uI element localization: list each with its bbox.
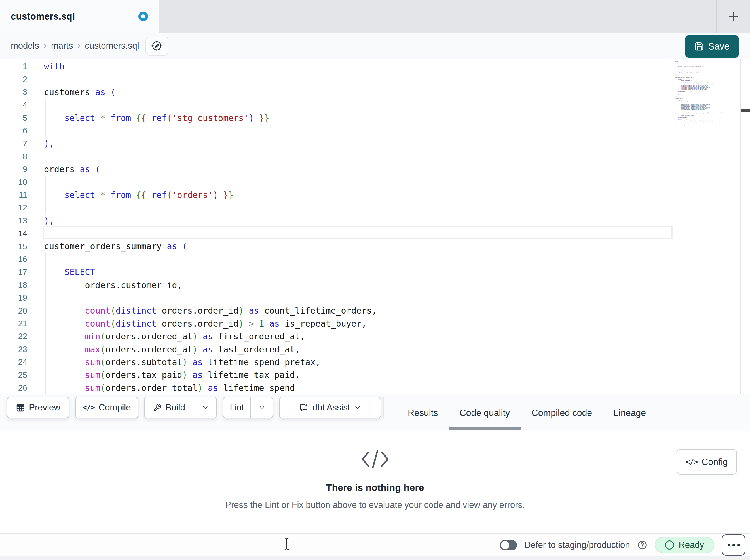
help-circle-icon[interactable] [637,540,647,550]
status-badge: Ready [655,537,714,553]
save-button[interactable]: Save [685,36,739,58]
code-line[interactable]: 4 [0,99,377,111]
code-line[interactable]: 8 [0,150,377,163]
chevron-right-icon: › [77,41,80,51]
line-number: 24 [0,357,34,367]
text-cursor-ibeam-icon [283,537,290,551]
chevron-right-icon: › [44,41,46,51]
breadcrumb-item-file: customers.sql [85,41,139,51]
ellipsis-icon [737,544,740,546]
line-number: 1 [0,62,34,71]
lint-button-label: Lint [230,402,244,413]
code-line[interactable]: 10 [0,176,377,189]
minimap[interactable]: withcustomers as ( select * from {{ ref(… [675,61,739,126]
code-line[interactable]: 11 select * from {{ ref('orders') }} [0,189,377,201]
defer-toggle[interactable] [500,540,517,551]
line-number: 8 [0,152,34,161]
code-line[interactable]: 26 sum(orders.order_total) as lifetime_s… [0,381,377,394]
tab-bar-divider [716,0,716,33]
config-button[interactable]: </> Config [676,449,737,475]
status-badge-label: Ready [678,540,704,550]
line-number: 18 [0,281,34,290]
code-line[interactable]: 1with [0,60,377,73]
code-brackets-icon: </> [83,403,95,412]
dbt-assist-sparkle-chat-icon [299,403,309,412]
minimap-line: select * from joined [675,125,739,126]
code-line[interactable]: 14 [0,227,377,240]
ellipsis-icon [732,544,735,546]
ready-circle-icon [665,540,674,549]
line-number: 10 [0,178,34,187]
empty-code-brackets-icon [359,447,392,471]
dbt-assist-button[interactable]: dbt Assist [279,397,381,418]
plus-icon [727,11,739,22]
dbt-ide-window: customers.sql models › marts › customers… [0,0,750,560]
line-number: 17 [0,267,34,277]
tab-bar: customers.sql [0,0,750,33]
code-line[interactable]: 21 count(distinct orders.order_id) > 1 a… [0,317,377,330]
compass-icon [151,40,163,52]
config-button-label: Config [702,457,728,467]
line-number: 25 [0,371,34,380]
preview-button[interactable]: Preview [7,397,70,418]
line-number: 20 [0,306,34,315]
tab-lineage[interactable]: Lineage [603,394,657,431]
empty-state: There is nothing here Press the Lint or … [0,431,750,510]
code-line[interactable]: 12 [0,201,377,214]
code-line[interactable]: 9orders as ( [0,163,377,175]
code-line[interactable]: 7), [0,137,377,150]
panel-tabs: Results Code quality Compiled code Linea… [397,394,657,431]
wrench-icon [153,403,162,412]
tab-compiled-code[interactable]: Compiled code [521,394,603,431]
preview-table-icon [16,403,25,412]
file-tab-title: customers.sql [11,11,75,22]
code-editor[interactable]: 1with23customers as (45 select * from {{… [0,60,750,394]
tab-code-quality[interactable]: Code quality [449,394,521,431]
breadcrumb-item-marts[interactable]: marts [51,41,73,51]
line-number: 12 [0,203,34,212]
build-dropdown-button[interactable] [194,397,216,418]
compile-button[interactable]: </> Compile [75,397,138,418]
code-line[interactable]: 18 orders.customer_id, [0,279,377,291]
build-button[interactable]: Build [145,397,194,418]
code-line[interactable]: 13), [0,214,377,227]
empty-state-title: There is nothing here [326,482,424,493]
lint-dropdown-button[interactable] [250,397,273,418]
code-line[interactable]: 24 sum(orders.subtotal) as lifetime_spen… [0,356,377,369]
chevron-down-icon [354,404,361,411]
code-line[interactable]: 2 [0,73,377,86]
code-line[interactable]: 15customer_orders_summary as ( [0,240,377,253]
tab-results[interactable]: Results [397,394,449,431]
line-number: 13 [0,216,34,226]
lint-button[interactable]: Lint [223,397,250,418]
code-line[interactable]: 20 count(distinct orders.order_id) as co… [0,304,377,317]
file-tab-customers-sql[interactable]: customers.sql [0,0,159,33]
bottom-strip [0,556,750,560]
line-number: 3 [0,87,34,97]
line-number: 7 [0,139,34,148]
code-brackets-icon: </> [686,458,697,466]
new-tab-button[interactable] [724,7,743,26]
save-button-label: Save [708,41,729,52]
code-line[interactable]: 22 min(orders.ordered_at) as first_order… [0,330,377,343]
chevron-down-icon [258,404,266,411]
code-line[interactable]: 16 [0,253,377,266]
code-line[interactable]: 3customers as ( [0,86,377,99]
code-line[interactable]: 19 [0,291,377,304]
code-line[interactable]: 5 select * from {{ ref('stg_customers') … [0,111,377,124]
scrollbar-thumb[interactable] [741,109,750,112]
code-line[interactable]: 25 sum(orders.tax_paid) as lifetime_tax_… [0,369,377,381]
code-line[interactable]: 6 [0,124,377,137]
line-number: 9 [0,165,34,174]
line-number: 16 [0,255,34,264]
explore-docs-button[interactable] [145,37,169,56]
line-number: 2 [0,75,34,84]
save-floppy-icon [694,42,704,51]
line-number: 11 [0,190,34,200]
code-line[interactable]: 23 max(orders.ordered_at) as last_ordere… [0,343,377,356]
code-quality-panel: There is nothing here Press the Lint or … [0,431,750,533]
code-line[interactable]: 17 SELECT [0,266,377,278]
status-bar: Defer to staging/production Ready [0,533,750,556]
more-options-button[interactable] [722,534,746,556]
breadcrumb-item-models[interactable]: models [11,41,39,51]
